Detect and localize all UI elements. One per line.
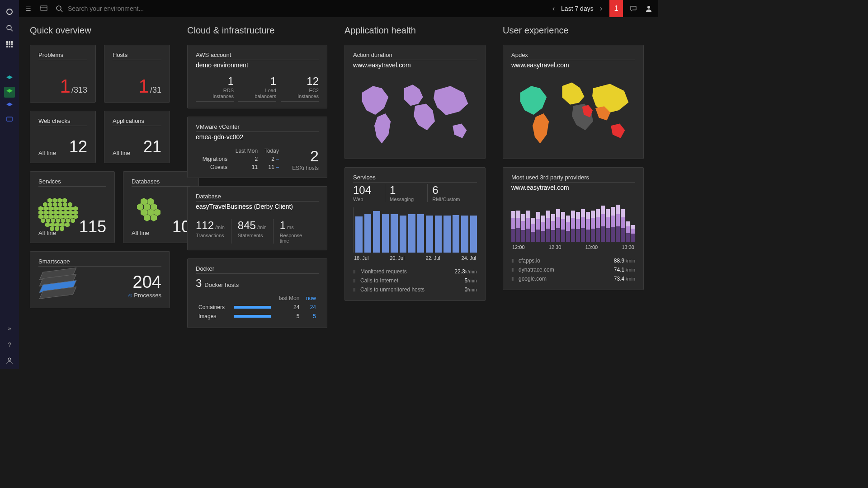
svc-msg-n: 1: [390, 184, 414, 197]
chevron-left-icon[interactable]: ‹: [551, 3, 557, 14]
dashboard-icon[interactable]: [39, 4, 49, 14]
tx-lab: Transactions: [196, 233, 225, 238]
tx-n: 112: [196, 219, 214, 231]
applications-status: All fine: [113, 150, 130, 156]
menu-icon[interactable]: ☰: [24, 4, 33, 14]
link-icon: ⎋: [128, 292, 132, 299]
apps-grid-icon[interactable]: [4, 39, 15, 50]
col-apphealth: Application health Action duration www.e…: [344, 25, 486, 361]
search-icon[interactable]: [54, 4, 64, 14]
legend-row: ⫴Calls to Internet5/min: [353, 276, 477, 285]
tile-hosts[interactable]: Hosts 1 /31: [104, 45, 170, 103]
vmware-name: emea-gdn-vc002: [196, 133, 319, 141]
problems-denom: /313: [71, 85, 87, 95]
st-lab: Statements: [238, 233, 267, 238]
smartscape-label: Processes: [134, 292, 161, 299]
help-icon[interactable]: ?: [4, 339, 15, 350]
tile-action-duration[interactable]: Action duration www.easytravel.com: [344, 45, 486, 159]
col-cloud: Cloud & infrastructure AWS account demo …: [187, 25, 327, 361]
vmware-row-migrations: Migrations: [196, 155, 229, 163]
docker-col-now: now: [302, 294, 318, 302]
col-ux: User experience Apdex www.easytravel.com: [503, 25, 644, 361]
chat-icon[interactable]: [628, 4, 638, 14]
tile-applications-title: Applications: [113, 117, 161, 125]
rt-unit: ms: [287, 225, 294, 230]
cube-blue-icon[interactable]: [4, 100, 15, 111]
tile-smartscape-title: Smartscape: [38, 258, 161, 265]
tile-apdex[interactable]: Apdex www.easytravel.com: [503, 45, 644, 159]
svg-line-20: [61, 10, 62, 12]
tile-smartscape[interactable]: Smartscape 204 ⎋Processes: [30, 251, 170, 308]
svg-rect-9: [6, 46, 8, 47]
topbar: ☰ ‹ Last 7 days › 1: [19, 0, 658, 17]
timerange-label: Last 7 days: [561, 5, 594, 12]
chevron-right-icon[interactable]: ›: [598, 3, 604, 14]
services-detail-title: Services: [353, 174, 477, 181]
svg-rect-8: [11, 43, 13, 45]
apdex-site: www.easytravel.com: [511, 61, 635, 69]
tile-services-mini-title: Services: [38, 178, 106, 185]
svg-rect-11: [11, 46, 13, 47]
docker-hosts-n: 3: [196, 277, 202, 290]
svg-rect-10: [9, 46, 10, 47]
svg-marker-14: [6, 103, 13, 106]
tile-docker[interactable]: Docker 3Docker hosts last Monnow Contain…: [187, 258, 327, 328]
vmware-col-lastmon: Last Mon: [229, 147, 259, 155]
cube-teal-icon[interactable]: [4, 73, 15, 84]
tile-hosts-title: Hosts: [113, 52, 161, 59]
database-name: easyTravelBusiness (Derby Client): [196, 203, 319, 210]
guests-last: 11: [229, 163, 259, 171]
tile-aws[interactable]: AWS account demo environment 1RDSinstanc…: [187, 45, 327, 108]
timerange-picker[interactable]: ‹ Last 7 days ›: [551, 3, 604, 14]
tile-applications[interactable]: Applications All fine 21: [104, 111, 170, 163]
hexagon-cluster-small-icon: [132, 198, 172, 230]
images-now: 5: [302, 312, 318, 320]
st-unit: /min: [257, 225, 267, 230]
layers-icon: [38, 270, 79, 301]
section-apphealth-title: Application health: [344, 25, 486, 36]
logo-icon[interactable]: [4, 6, 15, 17]
section-ux-title: User experience: [503, 25, 644, 36]
dashboard-grid: Quick overview Problems 1 /313 Hosts 1 /…: [19, 17, 658, 369]
tile-database[interactable]: Database easyTravelBusiness (Derby Clien…: [187, 186, 327, 250]
tile-third-party[interactable]: Most used 3rd party providers www.easytr…: [503, 167, 644, 290]
svc-web-lab: Web: [353, 197, 371, 202]
aws-name: demo environment: [196, 61, 319, 69]
screen-icon[interactable]: [4, 114, 15, 125]
tile-services-mini[interactable]: Services All fine 115: [30, 171, 115, 243]
svg-rect-17: [41, 6, 47, 10]
user-rail-icon[interactable]: [4, 355, 15, 366]
svg-rect-6: [6, 43, 8, 45]
docker-col-last: last Mon: [274, 294, 301, 302]
guests-today: 11: [269, 164, 274, 170]
tile-problems[interactable]: Problems 1 /313: [30, 45, 96, 103]
applications-count: 21: [143, 137, 161, 156]
aws-stat: 12EC2instances: [281, 75, 319, 102]
action-duration-site: www.easytravel.com: [353, 61, 477, 69]
cube-green-icon[interactable]: [4, 87, 15, 98]
rt-lab: Response time: [280, 233, 312, 244]
svg-point-21: [647, 6, 650, 9]
services-bar-chart: [353, 207, 477, 253]
world-map-purple: [353, 74, 477, 152]
providers-stacked-chart: [511, 197, 635, 242]
tile-docker-title: Docker: [196, 265, 319, 272]
tile-services-detail[interactable]: Services 104Web 1Messaging 6RMI/Custom 1…: [344, 167, 486, 301]
search-nav-icon[interactable]: [4, 23, 15, 33]
problems-count: 1: [60, 77, 71, 96]
col-overview: Quick overview Problems 1 /313 Hosts 1 /…: [30, 25, 170, 361]
legend-row: ⫴Monitored requests22.3k/min: [353, 267, 477, 276]
section-overview-title: Quick overview: [30, 25, 170, 36]
alert-count-badge[interactable]: 1: [609, 0, 623, 17]
expand-rail-icon[interactable]: »: [4, 323, 15, 333]
action-duration-title: Action duration: [353, 52, 477, 59]
tile-vmware[interactable]: VMware vCenter emea-gdn-vc002 Last MonTo…: [187, 117, 327, 178]
docker-row-images: Images: [197, 312, 231, 320]
search-input[interactable]: [68, 5, 203, 12]
mig-last: 2: [229, 155, 259, 163]
tile-webchecks[interactable]: Web checks All fine 12: [30, 111, 96, 163]
svg-point-0: [7, 9, 12, 14]
tile-vmware-title: VMware vCenter: [196, 123, 319, 131]
tile-webchecks-title: Web checks: [38, 117, 87, 125]
user-icon[interactable]: [644, 4, 654, 14]
